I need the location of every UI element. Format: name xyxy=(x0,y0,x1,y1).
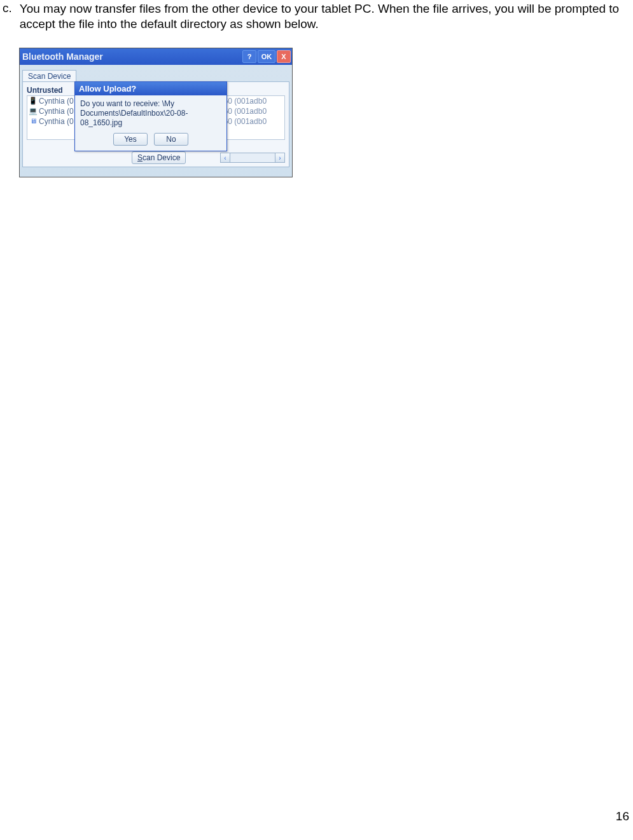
scan-label-rest: can Device xyxy=(143,153,180,162)
device-address: 360 (001adb0 xyxy=(219,117,283,126)
titlebar: Bluetooth Manager ? OK X xyxy=(20,48,292,65)
horizontal-scrollbar[interactable]: ‹ › xyxy=(220,153,285,163)
dialog-title: Allow Upload? xyxy=(75,82,226,95)
yes-button[interactable]: Yes xyxy=(113,133,148,146)
scroll-right-button[interactable]: › xyxy=(275,153,285,163)
scroll-left-button[interactable]: ‹ xyxy=(220,153,230,163)
help-button[interactable]: ? xyxy=(242,50,256,63)
ok-button[interactable]: OK xyxy=(258,50,275,63)
device-address: 360 (001adb0 xyxy=(219,107,283,116)
tab-scan-device[interactable]: Scan Device xyxy=(22,70,76,82)
device-icon: 💻 xyxy=(29,107,38,116)
bluetooth-manager-window: Bluetooth Manager ? OK X Scan Device Unt… xyxy=(19,48,293,177)
close-button[interactable]: X xyxy=(277,50,291,63)
device-icon: 📱 xyxy=(29,97,38,106)
titlebar-buttons: ? OK X xyxy=(242,50,291,63)
scan-device-button[interactable]: Scan Device xyxy=(132,151,186,164)
dialog-body: Do you want to receive: \My Documents\De… xyxy=(75,95,226,129)
instruction-item: c. You may now transfer files from the o… xyxy=(0,1,633,32)
bottom-controls: Scan Device ‹ › xyxy=(27,151,285,164)
scroll-track[interactable] xyxy=(230,153,275,163)
no-button[interactable]: No xyxy=(154,133,188,146)
dialog-body-line: Documents\DefaultInbox\20-08-08_1650.jpg xyxy=(80,109,221,128)
dialog-buttons: Yes No xyxy=(75,129,226,151)
dialog-body-line: Do you want to receive: \My xyxy=(80,99,221,109)
page-number: 16 xyxy=(616,809,629,823)
list-marker: c. xyxy=(0,1,20,32)
allow-upload-dialog: Allow Upload? Do you want to receive: \M… xyxy=(74,81,227,151)
device-icon: 🖥 xyxy=(29,117,38,126)
device-address: 360 (001adb0 xyxy=(219,97,283,106)
client-area: Scan Device Untrusted 📱 Cynthia (0 360 (… xyxy=(20,65,292,177)
instruction-text: You may now transfer files from the othe… xyxy=(20,1,633,32)
window-title: Bluetooth Manager xyxy=(21,52,242,62)
scan-mnemonic: S xyxy=(137,153,143,162)
